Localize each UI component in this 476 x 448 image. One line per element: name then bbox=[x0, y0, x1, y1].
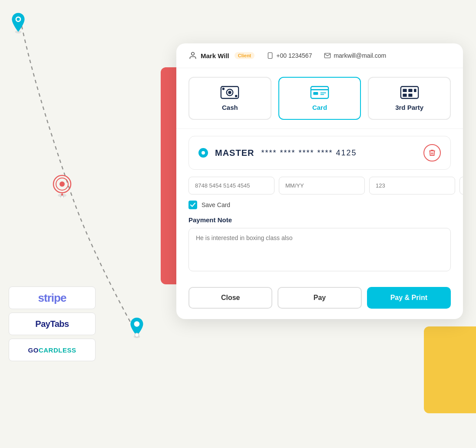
third-party-icon bbox=[400, 86, 419, 99]
svg-point-6 bbox=[60, 181, 65, 187]
tab-card[interactable]: Card bbox=[278, 77, 361, 120]
phone-icon bbox=[267, 52, 274, 59]
tab-cash[interactable]: Cash bbox=[188, 77, 271, 120]
payment-note-title: Payment Note bbox=[188, 216, 451, 224]
svg-point-9 bbox=[134, 321, 140, 327]
zip-input[interactable] bbox=[459, 177, 463, 194]
gocardless-logo: GOCARDLESS bbox=[28, 346, 76, 354]
stripe-logo: stripe bbox=[38, 291, 66, 305]
save-card-row: Save Card bbox=[176, 201, 463, 209]
pay-print-button[interactable]: Pay & Print bbox=[367, 287, 451, 309]
svg-rect-27 bbox=[414, 89, 416, 92]
card-brand: MASTER bbox=[215, 148, 254, 158]
email-info: markwill@mail.com bbox=[324, 52, 386, 59]
svg-point-2 bbox=[17, 18, 20, 21]
svg-rect-29 bbox=[408, 94, 412, 97]
svg-point-18 bbox=[235, 95, 238, 98]
card-input-fields bbox=[176, 177, 463, 194]
svg-rect-25 bbox=[403, 89, 407, 92]
card-icon bbox=[310, 86, 329, 99]
go-text: GO bbox=[28, 346, 39, 354]
payment-logos: stripe PayTabs GOCARDLESS bbox=[9, 287, 96, 361]
expiry-input[interactable] bbox=[279, 177, 365, 194]
svg-point-11 bbox=[192, 53, 195, 56]
save-card-label: Save Card bbox=[202, 201, 230, 208]
map-pin-middle bbox=[51, 174, 73, 199]
card-radio[interactable] bbox=[198, 148, 208, 158]
yellow-accent bbox=[424, 326, 476, 413]
stripe-logo-box: stripe bbox=[9, 287, 96, 309]
phone-info: +00 1234567 bbox=[267, 52, 312, 59]
cardless-text: CARDLESS bbox=[39, 346, 76, 354]
card-number-masked: **** **** **** **** 4125 bbox=[261, 148, 416, 158]
radio-inner bbox=[202, 151, 205, 155]
phone-number: +00 1234567 bbox=[276, 52, 312, 59]
panel-header: Mark Will Client +00 1234567 markwill@ma… bbox=[176, 43, 463, 68]
user-icon bbox=[188, 51, 197, 60]
user-name: Mark Will bbox=[201, 52, 229, 59]
save-card-checkbox[interactable] bbox=[188, 201, 197, 209]
payment-note-textarea[interactable] bbox=[188, 228, 451, 271]
main-payment-panel: Mark Will Client +00 1234567 markwill@ma… bbox=[176, 43, 463, 319]
tab-third-party[interactable]: 3rd Party bbox=[368, 77, 451, 120]
svg-rect-26 bbox=[408, 89, 412, 92]
payment-tabs: Cash Card 3rd Party bbox=[176, 68, 463, 129]
saved-card-section: MASTER **** **** **** **** 4125 bbox=[188, 136, 451, 170]
map-pin-top bbox=[10, 12, 27, 36]
email-icon bbox=[324, 52, 331, 59]
checkmark-icon bbox=[190, 203, 195, 207]
close-button[interactable]: Close bbox=[188, 287, 272, 309]
user-info: Mark Will Client bbox=[188, 51, 255, 60]
paytabs-logo-box: PayTabs bbox=[9, 313, 96, 335]
card-label: Card bbox=[312, 104, 327, 111]
paytabs-logo: PayTabs bbox=[35, 319, 69, 329]
delete-card-button[interactable] bbox=[423, 144, 441, 161]
trash-icon bbox=[428, 149, 436, 157]
cash-icon bbox=[220, 86, 239, 99]
svg-point-17 bbox=[222, 88, 225, 90]
svg-point-16 bbox=[228, 91, 231, 94]
third-party-label: 3rd Party bbox=[395, 104, 423, 111]
payment-note-section: Payment Note bbox=[176, 216, 463, 273]
client-badge: Client bbox=[235, 52, 255, 59]
svg-rect-28 bbox=[403, 94, 407, 97]
gocardless-logo-box: GOCARDLESS bbox=[9, 339, 96, 361]
action-buttons: Close Pay Pay & Print bbox=[176, 280, 463, 319]
map-pin-bottom bbox=[128, 317, 145, 340]
cash-label: Cash bbox=[222, 104, 238, 111]
card-number-input[interactable] bbox=[188, 177, 274, 194]
email-address: markwill@mail.com bbox=[334, 52, 386, 59]
svg-point-7 bbox=[61, 196, 63, 198]
svg-rect-21 bbox=[313, 92, 318, 95]
svg-rect-12 bbox=[268, 53, 272, 58]
cvv-input[interactable] bbox=[369, 177, 455, 194]
svg-point-10 bbox=[135, 333, 139, 337]
pay-button[interactable]: Pay bbox=[278, 287, 361, 309]
